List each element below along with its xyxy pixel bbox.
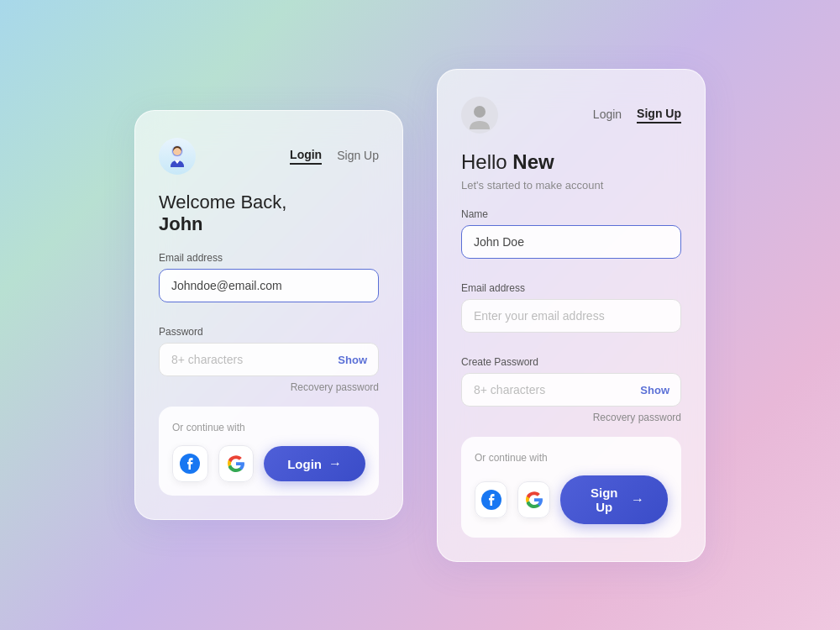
signup-hello: Hello New xyxy=(461,150,681,174)
signup-card-header: Login Sign Up xyxy=(461,97,681,134)
login-nav-tabs: Login Sign Up xyxy=(290,148,379,165)
login-card-header: Login Sign Up xyxy=(159,138,379,175)
signup-show-password-button[interactable]: Show xyxy=(640,383,669,396)
login-welcome-line2: John xyxy=(159,213,379,235)
signup-email-label: Email address xyxy=(461,282,681,294)
signup-email-input[interactable] xyxy=(461,299,681,333)
signup-subtitle: Let's started to make account xyxy=(461,179,681,192)
login-card: Login Sign Up Welcome Back, John Email a… xyxy=(134,110,403,520)
signup-name-label: Name xyxy=(461,208,681,220)
login-email-section: Email address xyxy=(159,252,379,314)
login-action-label: Login xyxy=(287,457,322,471)
signup-card: Login Sign Up Hello New Let's started to… xyxy=(437,69,706,562)
svg-point-5 xyxy=(474,106,486,118)
signup-tab-signup[interactable]: Sign Up xyxy=(637,107,681,123)
signup-name-section: Name xyxy=(461,208,681,270)
signup-tab-login[interactable]: Login xyxy=(593,107,622,123)
login-tab-login[interactable]: Login xyxy=(290,148,322,165)
signup-hello-bold: New xyxy=(512,150,554,173)
google-icon xyxy=(525,491,543,509)
login-welcome: Welcome Back, John xyxy=(159,192,379,235)
login-avatar xyxy=(159,138,196,175)
login-email-input[interactable] xyxy=(159,269,379,302)
login-google-button[interactable] xyxy=(218,445,255,482)
login-recovery-link[interactable]: Recovery password xyxy=(159,381,379,393)
login-arrow-icon: → xyxy=(328,456,342,471)
login-continue-row: Login → xyxy=(172,445,365,482)
google-icon xyxy=(227,454,245,473)
signup-recovery-link[interactable]: Recovery password xyxy=(461,412,681,423)
signup-password-label: Create Password xyxy=(461,356,681,368)
login-show-password-button[interactable]: Show xyxy=(338,354,367,366)
signup-google-button[interactable] xyxy=(517,481,550,518)
signup-action-label: Sign Up xyxy=(584,486,624,514)
signup-continue-row: Sign Up → xyxy=(475,475,668,524)
login-continue-label: Or continue with xyxy=(172,422,365,433)
login-tab-signup[interactable]: Sign Up xyxy=(337,148,379,165)
login-password-section: Password Show xyxy=(159,326,379,376)
signup-name-input[interactable] xyxy=(461,225,681,259)
login-continue-box: Or continue with Login → xyxy=(159,407,379,496)
facebook-icon xyxy=(180,454,200,474)
signup-nav-tabs: Login Sign Up xyxy=(593,107,681,123)
login-password-wrapper: Show xyxy=(159,343,379,376)
signup-hello-prefix: Hello xyxy=(461,150,512,173)
signup-action-button[interactable]: Sign Up → xyxy=(560,475,668,524)
login-email-label: Email address xyxy=(159,252,379,264)
signup-password-wrapper: Show xyxy=(461,373,681,407)
login-password-label: Password xyxy=(159,326,379,338)
signup-continue-label: Or continue with xyxy=(475,452,668,464)
login-action-button[interactable]: Login → xyxy=(264,446,365,481)
signup-email-section: Email address xyxy=(461,282,681,344)
signup-arrow-icon: → xyxy=(631,492,644,507)
signup-password-section: Create Password Show xyxy=(461,356,681,407)
login-facebook-button[interactable] xyxy=(172,445,208,482)
login-welcome-line1: Welcome Back, xyxy=(159,192,379,213)
facebook-icon xyxy=(481,490,501,510)
svg-rect-3 xyxy=(174,156,181,160)
signup-facebook-button[interactable] xyxy=(475,481,507,518)
signup-avatar xyxy=(461,97,498,134)
signup-continue-box: Or continue with Sign Up → xyxy=(461,437,681,538)
